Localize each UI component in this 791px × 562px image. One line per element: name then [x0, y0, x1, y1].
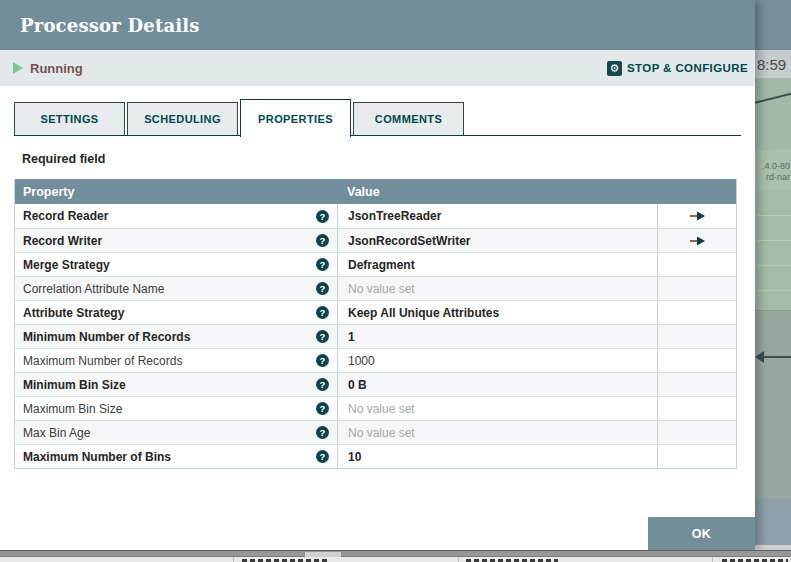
help-icon[interactable]: ?: [316, 426, 329, 439]
help-icon[interactable]: ?: [316, 450, 329, 463]
help-icon[interactable]: ?: [316, 210, 329, 223]
property-name: Record Writer: [23, 234, 102, 248]
table-row: Maximum Number of Bins? 10: [15, 444, 736, 468]
stop-and-configure-button[interactable]: ⚙ STOP & CONFIGURE: [607, 61, 748, 76]
help-icon[interactable]: ?: [316, 306, 329, 319]
tab-scheduling[interactable]: SCHEDULING: [127, 102, 238, 135]
table-row: Merge Strategy? Defragment: [15, 252, 736, 276]
horizontal-scrollbar[interactable]: [0, 550, 791, 557]
property-value: No value set: [348, 402, 415, 416]
table-row: Correlation Attribute Name? No value set: [15, 276, 736, 300]
play-icon: [13, 62, 23, 74]
tab-comments[interactable]: COMMENTS: [353, 102, 464, 135]
required-field-note: Required field: [22, 152, 755, 166]
help-icon[interactable]: ?: [316, 402, 329, 415]
dialog-status-bar: Running ⚙ STOP & CONFIGURE: [0, 50, 755, 86]
property-name: Merge Strategy: [23, 258, 110, 272]
property-value: 1000: [348, 354, 375, 368]
table-header: Property Value: [15, 179, 736, 204]
property-name: Correlation Attribute Name: [23, 282, 164, 296]
stop-configure-label: STOP & CONFIGURE: [627, 62, 748, 74]
table-rows: Record Reader? JsonTreeReader Record Wri…: [15, 204, 736, 468]
property-name: Maximum Number of Records: [23, 354, 182, 368]
background-component-panel: [755, 310, 791, 498]
property-value: JsonRecordSetWriter: [348, 234, 470, 248]
help-icon[interactable]: ?: [316, 330, 329, 343]
table-row: Maximum Bin Size? No value set: [15, 396, 736, 420]
dialog-title: Processor Details: [20, 15, 200, 36]
screen: Processor Details Running ⚙ STOP & CONFI…: [0, 0, 791, 562]
run-status-label: Running: [30, 61, 83, 76]
property-value: 10: [348, 450, 361, 464]
dialog-header: Processor Details: [0, 0, 755, 50]
background-canvas: 8:59 .4.0-80 rd-nar: [755, 0, 791, 550]
property-value: Defragment: [348, 258, 415, 272]
background-text-fragment: rd-nar: [762, 172, 790, 183]
clipped-status-row: [0, 557, 791, 562]
help-icon[interactable]: ?: [316, 282, 329, 295]
property-value: 0 B: [348, 378, 367, 392]
help-icon[interactable]: ?: [316, 354, 329, 367]
tab-settings[interactable]: SETTINGS: [14, 102, 125, 135]
background-clock-row: 8:59: [755, 50, 791, 78]
property-name: Record Reader: [23, 209, 108, 223]
background-connection-arrow-icon: [755, 351, 764, 363]
table-row: Max Bin Age? No value set: [15, 420, 736, 444]
property-name: Minimum Bin Size: [23, 378, 126, 392]
stop-configure-gear-icon: ⚙: [607, 61, 622, 76]
background-header-band: [755, 0, 791, 50]
property-value: No value set: [348, 426, 415, 440]
table-row: Attribute Strategy? Keep All Unique Attr…: [15, 300, 736, 324]
background-process-group: .4.0-80 rd-nar: [755, 150, 791, 190]
table-row: Record Writer? JsonRecordSetWriter: [15, 228, 736, 252]
property-value: No value set: [348, 282, 415, 296]
background-connection-line: [762, 356, 791, 358]
goto-service-arrow-icon[interactable]: [689, 236, 706, 246]
property-name: Max Bin Age: [23, 426, 90, 440]
help-icon[interactable]: ?: [316, 378, 329, 391]
property-name: Maximum Number of Bins: [23, 450, 171, 464]
property-name: Attribute Strategy: [23, 306, 124, 320]
background-process-group: [755, 190, 791, 310]
tab-properties[interactable]: PROPERTIES: [240, 99, 351, 137]
table-row: Maximum Number of Records? 1000: [15, 348, 736, 372]
property-value: JsonTreeReader: [348, 209, 441, 223]
table-row: Record Reader? JsonTreeReader: [15, 204, 736, 228]
properties-table: Property Value Record Reader? JsonTreeRe…: [14, 179, 737, 469]
tab-bar: SETTINGS SCHEDULING PROPERTIES COMMENTS: [14, 100, 741, 136]
run-status: Running: [13, 61, 83, 76]
goto-service-arrow-icon[interactable]: [689, 211, 706, 221]
background-text-fragment: .4.0-80: [762, 161, 790, 172]
bottom-bar: [0, 550, 791, 562]
background-process-group: [755, 78, 791, 150]
background-component-band: [755, 498, 791, 545]
processor-details-dialog: Processor Details Running ⚙ STOP & CONFI…: [0, 0, 755, 550]
table-row: Minimum Bin Size? 0 B: [15, 372, 736, 396]
help-icon[interactable]: ?: [316, 258, 329, 271]
column-header-value: Value: [337, 185, 657, 199]
help-icon[interactable]: ?: [316, 234, 329, 247]
ok-button[interactable]: OK: [648, 517, 755, 550]
property-value: 1: [348, 330, 355, 344]
background-clock: 8:59: [755, 56, 786, 73]
column-header-property: Property: [15, 185, 337, 199]
property-value: Keep All Unique Attributes: [348, 306, 499, 320]
property-name: Maximum Bin Size: [23, 402, 122, 416]
table-row: Minimum Number of Records? 1: [15, 324, 736, 348]
property-name: Minimum Number of Records: [23, 330, 190, 344]
